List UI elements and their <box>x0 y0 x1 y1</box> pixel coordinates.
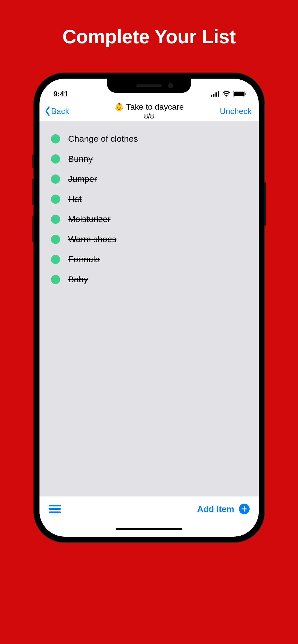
svg-rect-3 <box>218 91 219 97</box>
phone-side-button-right <box>264 182 266 226</box>
list-item-label: Warm shoes <box>68 234 117 244</box>
svg-rect-2 <box>215 92 217 97</box>
phone-side-buttons-left <box>32 154 34 252</box>
nav-bar: Back 👶 Take to daycare 8/8 Uncheck <box>39 101 259 121</box>
svg-rect-0 <box>211 95 212 97</box>
svg-rect-5 <box>234 92 244 96</box>
check-dot-icon[interactable] <box>51 275 60 284</box>
check-dot-icon[interactable] <box>51 174 60 184</box>
list-item-label: Bunny <box>68 154 93 164</box>
svg-rect-1 <box>213 94 214 97</box>
chevron-left-icon <box>45 106 49 116</box>
promo-title: Complete Your List <box>62 25 236 48</box>
status-time: 9:41 <box>53 90 68 98</box>
back-button[interactable]: Back <box>44 106 69 116</box>
plus-icon <box>239 504 250 514</box>
back-label: Back <box>51 107 69 116</box>
list-item[interactable]: Jumper <box>39 169 259 189</box>
list-item[interactable]: Moisturizer <box>39 209 259 229</box>
list-item-label: Hat <box>68 194 82 204</box>
cellular-icon <box>211 91 220 97</box>
nav-title-group: 👶 Take to daycare 8/8 <box>114 102 184 120</box>
status-icons <box>211 91 246 97</box>
list-item-label: Change of clothes <box>68 134 138 144</box>
check-dot-icon[interactable] <box>51 195 60 204</box>
menu-button[interactable] <box>49 505 61 513</box>
check-dot-icon[interactable] <box>51 235 60 244</box>
list-item[interactable]: Warm shoes <box>39 229 259 249</box>
list-item[interactable]: Change of clothes <box>39 129 259 149</box>
check-dot-icon[interactable] <box>51 215 60 224</box>
list-item-label: Formula <box>68 254 100 264</box>
svg-rect-6 <box>245 93 246 95</box>
check-dot-icon[interactable] <box>51 255 60 264</box>
nav-counter: 8/8 <box>144 112 154 120</box>
check-dot-icon[interactable] <box>51 134 60 143</box>
nav-title: 👶 Take to daycare <box>114 102 184 112</box>
add-item-button[interactable]: Add item <box>197 504 249 514</box>
list-item[interactable]: Hat <box>39 189 259 209</box>
list-item-label: Jumper <box>68 174 97 184</box>
list-area[interactable]: Change of clothesBunnyJumperHatMoisturiz… <box>39 121 259 496</box>
list-item-label: Baby <box>68 274 88 284</box>
baby-icon: 👶 <box>114 103 124 111</box>
toolbar: Add item <box>39 496 259 521</box>
phone-notch <box>107 79 191 93</box>
list-item[interactable]: Baby <box>39 269 259 289</box>
nav-title-text: Take to daycare <box>126 102 184 112</box>
list-item-label: Moisturizer <box>68 214 111 224</box>
add-item-label: Add item <box>197 504 234 514</box>
home-indicator[interactable] <box>116 528 182 530</box>
list-item[interactable]: Bunny <box>39 149 259 169</box>
home-indicator-area <box>39 521 259 537</box>
battery-icon <box>233 91 246 97</box>
wifi-icon <box>222 91 231 97</box>
phone-screen: 9:41 <box>39 79 259 537</box>
phone-frame: 9:41 <box>34 73 264 542</box>
hamburger-icon <box>49 505 61 506</box>
list-item[interactable]: Formula <box>39 249 259 269</box>
check-dot-icon[interactable] <box>51 154 60 164</box>
uncheck-button[interactable]: Uncheck <box>220 107 252 116</box>
